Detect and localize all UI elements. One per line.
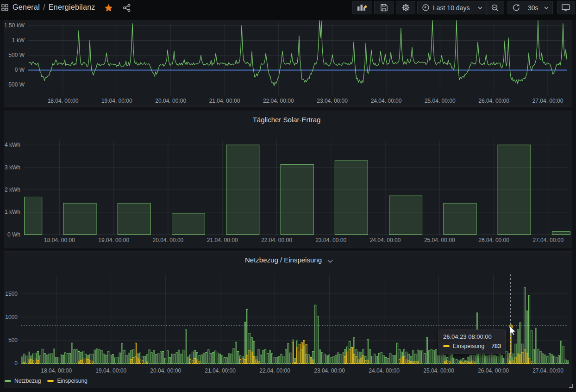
svg-text:26.04. 00:00: 26.04. 00:00: [478, 98, 509, 104]
svg-text:21.04. 00:00: 21.04. 00:00: [205, 367, 236, 374]
svg-text:25.04. 00:00: 25.04. 00:00: [424, 237, 455, 243]
svg-text:23.04. 00:00: 23.04. 00:00: [314, 367, 345, 374]
svg-text:21.04. 00:00: 21.04. 00:00: [209, 98, 240, 104]
svg-text:20.04. 00:00: 20.04. 00:00: [150, 367, 181, 374]
svg-text:1 kWh: 1 kWh: [5, 209, 20, 215]
svg-text:27.04. 00:00: 27.04. 00:00: [532, 367, 563, 374]
svg-text:500 W: 500 W: [8, 52, 25, 58]
svg-text:18.04. 00:00: 18.04. 00:00: [48, 98, 79, 104]
svg-text:19.04. 00:00: 19.04. 00:00: [101, 98, 132, 104]
svg-text:1 kW: 1 kW: [12, 37, 25, 44]
svg-text:26.04. 00:00: 26.04. 00:00: [478, 367, 509, 374]
svg-text:25.04. 00:00: 25.04. 00:00: [423, 367, 454, 374]
svg-text:24.04. 00:00: 24.04. 00:00: [370, 237, 401, 243]
svg-text:18.04. 00:00: 18.04. 00:00: [44, 237, 75, 243]
svg-text:Täglicher Solar-Ertrag: Täglicher Solar-Ertrag: [253, 116, 321, 124]
svg-text:22.04. 00:00: 22.04. 00:00: [261, 237, 292, 243]
svg-text:24.04. 00:00: 24.04. 00:00: [369, 367, 400, 374]
svg-text:0 W: 0 W: [15, 67, 25, 73]
svg-text:0 Wh: 0 Wh: [7, 231, 20, 238]
svg-text:-500 W: -500 W: [6, 81, 25, 88]
svg-text:19.04. 00:00: 19.04. 00:00: [95, 367, 126, 374]
svg-text:25.04. 00:00: 25.04. 00:00: [425, 98, 456, 104]
svg-text:19.04. 00:00: 19.04. 00:00: [98, 237, 129, 243]
svg-text:Netzbezug / Einspeisung: Netzbezug / Einspeisung: [245, 256, 322, 264]
svg-text:20.04. 00:00: 20.04. 00:00: [153, 237, 184, 243]
svg-text:18.04. 00:00: 18.04. 00:00: [41, 367, 72, 374]
svg-text:1.50 kW: 1.50 kW: [4, 22, 25, 29]
svg-text:26.04. 00:00: 26.04. 00:00: [478, 237, 509, 243]
svg-text:1000: 1000: [5, 314, 18, 320]
svg-text:21.04. 00:00: 21.04. 00:00: [207, 237, 238, 243]
svg-text:20.04. 00:00: 20.04. 00:00: [155, 98, 186, 104]
svg-text:22.04. 00:00: 22.04. 00:00: [259, 367, 290, 374]
svg-text:1500: 1500: [5, 291, 18, 297]
svg-text:27.04. 00:00: 27.04. 00:00: [532, 237, 563, 243]
svg-text:3 kWh: 3 kWh: [5, 164, 20, 171]
svg-text:4 kWh: 4 kWh: [5, 142, 20, 148]
svg-text:23.04. 00:00: 23.04. 00:00: [317, 98, 348, 104]
svg-text:23.04. 00:00: 23.04. 00:00: [315, 237, 346, 243]
svg-text:500: 500: [8, 337, 18, 343]
svg-text:22.04. 00:00: 22.04. 00:00: [263, 98, 294, 104]
svg-text:24.04. 00:00: 24.04. 00:00: [371, 98, 402, 104]
svg-text:0: 0: [14, 360, 18, 367]
svg-text:27.04. 00:00: 27.04. 00:00: [532, 98, 563, 104]
svg-text:2 kWh: 2 kWh: [5, 187, 20, 193]
